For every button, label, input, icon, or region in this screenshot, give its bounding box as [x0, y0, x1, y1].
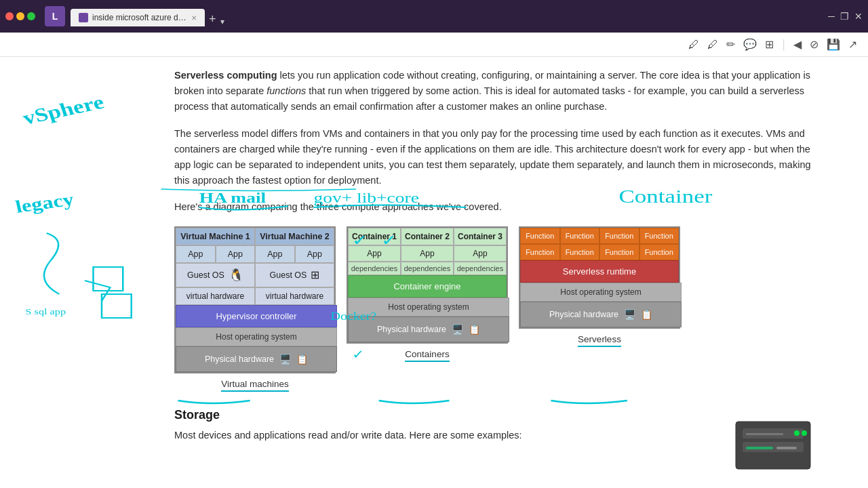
vm-app-2: App — [216, 245, 256, 263]
tab-dropdown-button[interactable]: ▾ — [220, 17, 224, 26]
container1-header: Container 1 — [348, 228, 401, 245]
container-dep-3: dependencies — [454, 262, 507, 275]
annotate-tool-icon[interactable]: 🖊 — [707, 39, 718, 51]
architecture-diagram: Virtual Machine 1 Virtual Machine 2 App … — [174, 226, 814, 392]
vm-vhw-2: virtual hardware — [255, 287, 334, 305]
vm-col-label: Virtual machines — [221, 379, 289, 392]
serverless-server-icon-2: 📋 — [641, 309, 652, 320]
svg-rect-19 — [746, 433, 783, 435]
container-header-row: Container 1 Container 2 Container 3 — [348, 228, 507, 245]
restore-icon[interactable]: ❐ — [840, 11, 849, 22]
container-app-row: App App App — [348, 245, 507, 262]
container-app-2: App — [401, 245, 454, 262]
vm-vhw-row: virtual hardware virtual hardware — [176, 287, 334, 305]
serverless-box: Function Function Function Function Func… — [519, 226, 680, 329]
new-tab-button[interactable]: + — [205, 12, 220, 26]
container-col-label: Containers — [405, 349, 449, 362]
storage-server-illustration — [732, 418, 814, 474]
share-icon[interactable]: ↗ — [848, 38, 857, 51]
serverless-col-label: Serverless — [578, 334, 621, 347]
grid-tool-icon[interactable]: ⊞ — [765, 38, 774, 51]
serverless-runtime-row: Serverless runtime — [520, 260, 679, 283]
vm-phys-hw-row: Physical hardware 🖥️ 📋 — [176, 346, 337, 372]
fn-cell-3: Function — [599, 228, 639, 244]
svg-rect-17 — [746, 447, 773, 449]
container3-header: Container 3 — [454, 228, 507, 245]
fn-cell-8: Function — [639, 244, 679, 260]
container-server-icon-1: 🖥️ — [452, 324, 463, 335]
fn-cell-2: Function — [560, 228, 600, 244]
windows-icon: ⊞ — [311, 268, 319, 281]
function-grid: Function Function Function Function Func… — [520, 228, 679, 260]
linux-penguin-icon: 🐧 — [229, 268, 243, 283]
container-engine-row: Container engine — [348, 275, 507, 298]
minimize-icon[interactable]: ─ — [828, 11, 835, 22]
draw-tool-icon[interactable]: ✏ — [726, 38, 735, 51]
container-box: Container 1 Container 2 Container 3 App … — [347, 226, 508, 344]
reading-toolbar: 🖊 🖊 ✏ 💬 ⊞ | ◀ ⊘ 💾 ↗ — [0, 33, 868, 57]
tab-favicon — [79, 13, 88, 22]
svg-point-16 — [802, 430, 807, 436]
vm-apps-row: App App App App — [176, 245, 334, 263]
diagram-intro: Here's a diagram comparing the three com… — [174, 199, 814, 215]
tab-label: inside microsoft azure data... — [92, 13, 187, 22]
container-phys-hw-row: Physical hardware 🖥️ 📋 — [348, 317, 509, 342]
save-icon[interactable]: 💾 — [827, 38, 840, 51]
vm-header-row: Virtual Machine 1 Virtual Machine 2 — [176, 228, 334, 245]
container-dep-2: dependencies — [401, 262, 454, 275]
container-server-icon-2: 📋 — [469, 324, 480, 335]
browser-chrome: L inside microsoft azure data... ✕ + ▾ ─… — [0, 0, 868, 33]
container-app-1: App — [348, 245, 401, 262]
serverless-server-icon-1: 🖥️ — [624, 309, 635, 320]
fn-cell-6: Function — [560, 244, 600, 260]
container-dep-row: dependencies dependencies dependencies — [348, 262, 507, 275]
container-host-os-row: Host operating system — [348, 298, 509, 317]
tab-close-button[interactable]: ✕ — [191, 14, 197, 22]
para1-italic: functions — [267, 85, 306, 96]
vm-guestos-2: Guest OS ⊞ — [255, 263, 334, 287]
svg-text:legacy: legacy — [14, 189, 76, 216]
hypervisor-row: Hypervisor controller — [176, 305, 337, 327]
serverless-column: Function Function Function Function Func… — [519, 226, 680, 392]
fn-cell-1: Function — [520, 228, 560, 244]
fn-cell-4: Function — [639, 228, 679, 244]
vm-app-1: App — [176, 245, 216, 263]
vm-guestos-row: Guest OS 🐧 Guest OS ⊞ — [176, 263, 334, 287]
toolbar-divider: | — [782, 37, 785, 52]
highlight-tool-icon[interactable]: 🖊 — [688, 39, 699, 51]
server-icon-1: 🖥️ — [279, 354, 291, 365]
app-icon: L — [52, 11, 58, 22]
svg-text:vSphere: vSphere — [20, 92, 106, 129]
svg-rect-10 — [94, 267, 123, 291]
server-svg — [732, 418, 814, 472]
browser-tab[interactable]: inside microsoft azure data... ✕ — [71, 9, 205, 26]
storage-para: Most devices and applications read and/o… — [174, 428, 814, 443]
server-icon-2: 📋 — [296, 354, 308, 365]
storage-heading: Storage — [174, 408, 814, 422]
vm-host-os-row: Host operating system — [176, 327, 337, 346]
page-content: vSphere legacy HA mail gov+ lib+core Con… — [0, 57, 868, 488]
close-window-icon[interactable]: ✕ — [854, 11, 863, 22]
vm1-header: Virtual Machine 1 — [176, 228, 255, 245]
svg-point-15 — [794, 430, 800, 436]
container-app-3: App — [454, 245, 507, 262]
para2: The serverless model differs from VMs an… — [174, 126, 814, 189]
svg-rect-18 — [776, 447, 797, 449]
fn-cell-5: Function — [520, 244, 560, 260]
container2-header: Container 2 — [401, 228, 454, 245]
bookmark-icon[interactable]: ⊘ — [810, 38, 818, 51]
vm-column: Virtual Machine 1 Virtual Machine 2 App … — [174, 226, 336, 392]
svg-rect-11 — [102, 294, 132, 318]
fn-cell-7: Function — [599, 244, 639, 260]
vm-guestos-1: Guest OS 🐧 — [176, 263, 255, 287]
serverless-phys-hw-row: Physical hardware 🖥️ 📋 — [520, 302, 682, 327]
vm-app-3: App — [255, 245, 295, 263]
back-icon[interactable]: ◀ — [793, 38, 802, 51]
container-column: Container 1 Container 2 Container 3 App … — [347, 226, 508, 392]
vm-vhw-1: virtual hardware — [176, 287, 255, 305]
vm-box: Virtual Machine 1 Virtual Machine 2 App … — [174, 226, 336, 373]
comment-tool-icon[interactable]: 💬 — [743, 38, 757, 51]
svg-text:S sql app: S sql app — [26, 307, 66, 317]
container-dep-1: dependencies — [348, 262, 401, 275]
vm-app-4: App — [295, 245, 335, 263]
